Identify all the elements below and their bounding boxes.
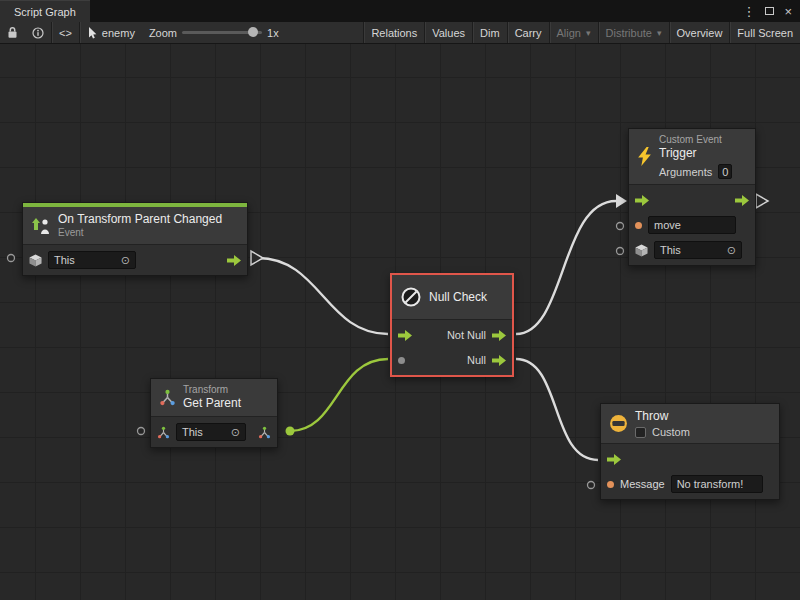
- relations-button[interactable]: Relations: [364, 22, 424, 43]
- node-titles: Throw Custom: [635, 409, 690, 438]
- chevron-down-icon: ▾: [586, 28, 591, 38]
- values-button[interactable]: Values: [425, 22, 472, 43]
- transform-icon: [159, 389, 176, 406]
- null-out-arrow-icon[interactable]: [492, 355, 506, 366]
- zoom-slider[interactable]: [182, 31, 262, 34]
- info-button[interactable]: [25, 22, 51, 43]
- code-view-button[interactable]: <>: [52, 22, 79, 43]
- event-this-port[interactable]: [8, 255, 15, 262]
- dim-label: Dim: [480, 27, 500, 39]
- string-port-icon[interactable]: [607, 481, 614, 488]
- node-trigger-custom-event[interactable]: Custom Event Trigger Arguments 0: [628, 128, 756, 266]
- titlebar: Script Graph ⋮ ×: [0, 0, 800, 22]
- flow-in-arrow-icon[interactable]: [607, 454, 621, 465]
- event-flow-out-port[interactable]: [251, 251, 263, 265]
- fullscreen-button[interactable]: Full Screen: [730, 22, 800, 43]
- message-value: No transform!: [677, 478, 744, 490]
- event-name-row: move: [635, 214, 749, 236]
- this-row: This ⊙: [29, 249, 241, 271]
- flow-out-arrow-icon[interactable]: [735, 195, 749, 206]
- chevron-down-icon: ▾: [657, 28, 662, 38]
- wire-event-to-nullcheck[interactable]: [258, 258, 388, 334]
- custom-event-icon: [637, 147, 652, 166]
- node-get-parent[interactable]: Transform Get Parent: [150, 378, 278, 448]
- wire-null-to-throw[interactable]: [516, 359, 598, 460]
- node-throw[interactable]: Throw Custom Message No: [600, 403, 780, 500]
- distribute-dropdown[interactable]: Distribute ▾: [599, 22, 669, 43]
- flow-in-arrow-icon[interactable]: [635, 195, 649, 206]
- this-dropdown[interactable]: This ⊙: [48, 251, 136, 269]
- zoom-control: Zoom 1x: [142, 22, 286, 43]
- this-dropdown[interactable]: This ⊙: [654, 241, 742, 259]
- zoom-slider-knob[interactable]: [248, 27, 258, 37]
- throw-exception-icon: [609, 414, 628, 433]
- this-value: This: [54, 254, 75, 266]
- message-field[interactable]: No transform!: [671, 475, 763, 493]
- node-body: Not Null Null: [392, 320, 512, 375]
- node-titles: Custom Event Trigger Arguments 0: [659, 134, 732, 179]
- menu-icon[interactable]: ⋮: [742, 5, 755, 18]
- node-on-transform-parent-changed[interactable]: On Transform Parent Changed Event This: [22, 202, 248, 276]
- not-null-out-arrow-icon[interactable]: [492, 330, 506, 341]
- dim-button[interactable]: Dim: [473, 22, 507, 43]
- node-title: Get Parent: [183, 396, 241, 411]
- arguments-label: Arguments: [659, 166, 712, 178]
- graph-canvas[interactable]: On Transform Parent Changed Event This: [0, 44, 800, 600]
- gameobject-cube-icon: [635, 244, 648, 257]
- overview-label: Overview: [677, 27, 723, 39]
- getparent-this-port[interactable]: [138, 428, 145, 435]
- trigger-flow-in-arrowhead[interactable]: [616, 194, 627, 208]
- carry-button[interactable]: Carry: [508, 22, 549, 43]
- this-dropdown[interactable]: This ⊙: [176, 423, 246, 441]
- node-category: Custom Event: [659, 134, 732, 146]
- wire-notnull-to-trigger[interactable]: [516, 201, 616, 334]
- flow-in-arrow-icon[interactable]: [398, 330, 412, 341]
- node-body: Message No transform!: [601, 444, 779, 499]
- tab-label: Script Graph: [14, 6, 76, 18]
- transform-parent-changed-icon: [31, 217, 51, 235]
- node-title: Throw: [635, 409, 690, 424]
- info-icon: [32, 27, 44, 39]
- not-null-label: Not Null: [447, 329, 486, 341]
- node-title: On Transform Parent Changed: [58, 212, 222, 227]
- node-header[interactable]: Throw Custom: [601, 404, 779, 444]
- trigger-flow-out-port[interactable]: [756, 194, 768, 208]
- cursor-icon: [87, 27, 97, 39]
- overview-button[interactable]: Overview: [670, 22, 730, 43]
- custom-checkbox[interactable]: [635, 427, 646, 438]
- trigger-name-port[interactable]: [617, 223, 624, 230]
- trigger-this-port[interactable]: [617, 248, 624, 255]
- arguments-count-field[interactable]: 0: [718, 164, 732, 179]
- lock-button[interactable]: [0, 22, 25, 43]
- this-row: This ⊙: [157, 421, 271, 443]
- transform-in-icon[interactable]: [157, 426, 170, 439]
- maximize-icon[interactable]: [765, 7, 774, 15]
- tab-script-graph[interactable]: Script Graph: [0, 0, 90, 22]
- node-header[interactable]: Custom Event Trigger Arguments 0: [629, 129, 755, 185]
- window-controls: ⋮ ×: [742, 0, 800, 22]
- string-port-icon[interactable]: [635, 222, 642, 229]
- not-null-row: Not Null: [398, 324, 506, 346]
- zoom-label: Zoom: [149, 27, 177, 39]
- flow-out-arrow-icon[interactable]: [227, 255, 241, 266]
- close-icon[interactable]: ×: [784, 5, 792, 18]
- wire-getparent-to-nullcheck[interactable]: [290, 359, 388, 431]
- align-dropdown[interactable]: Align ▾: [550, 22, 598, 43]
- node-subtitle: Event: [58, 227, 222, 239]
- node-null-check[interactable]: Null Check Not Null Null: [390, 273, 514, 377]
- event-name-value: move: [654, 219, 681, 231]
- toolbar-buttons: Relations Values Dim Carry Align ▾ Distr…: [363, 22, 800, 43]
- null-row: Null: [398, 349, 506, 371]
- graph-breadcrumb[interactable]: enemy: [80, 22, 142, 43]
- node-header[interactable]: Transform Get Parent: [151, 379, 277, 417]
- throw-message-port[interactable]: [588, 482, 595, 489]
- node-header[interactable]: On Transform Parent Changed Event: [23, 207, 247, 245]
- getparent-output-port[interactable]: [286, 427, 295, 436]
- flow-row: [635, 189, 749, 211]
- node-header[interactable]: Null Check: [392, 275, 512, 320]
- event-name-field[interactable]: move: [648, 216, 736, 234]
- value-in-port-icon[interactable]: [398, 357, 405, 364]
- target-icon: ⊙: [727, 244, 736, 257]
- transform-out-icon[interactable]: [258, 426, 271, 439]
- graph-name-label: enemy: [102, 27, 135, 39]
